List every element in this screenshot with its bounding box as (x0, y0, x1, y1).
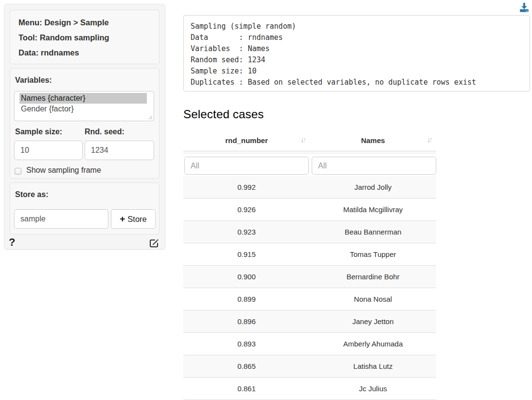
info-panel: Menu: Design > Sample Tool: Random sampl… (10, 10, 160, 64)
table-cell: Beau Bannerman (310, 221, 436, 243)
selected-cases-table: rnd_number ↓↑ Names ↓↑ 0.992Jarrod Jolly… (183, 129, 436, 400)
table-cell: 0.861 (183, 378, 310, 400)
table-row: 0.896Janey Jetton (183, 310, 436, 333)
sort-icon: ↓↑ (301, 135, 305, 144)
table-row: 0.861Jc Julius (183, 378, 436, 400)
table-cell: 0.896 (183, 310, 310, 332)
menu-path: Menu: Design > Sample (18, 18, 109, 27)
summary-output: Sampling (simple random) Data : rndnames… (183, 15, 530, 91)
table-cell: Matilda Mcgillivray (310, 199, 436, 220)
table-cell: Latisha Lutz (310, 355, 436, 377)
rnd-seed-label: Rnd. seed: (85, 127, 124, 136)
column-header-names[interactable]: Names ↓↑ (310, 129, 436, 151)
sidebar: Menu: Design > Sample Tool: Random sampl… (4, 4, 165, 250)
table-row: 0.926Matilda Mcgillivray (183, 199, 436, 221)
download-button[interactable] (518, 2, 530, 16)
resize-handle-icon[interactable] (148, 115, 153, 120)
sample-size-label: Sample size: (15, 127, 62, 136)
table-cell: Bernardine Bohr (310, 266, 436, 288)
table-cell: 0.992 (183, 176, 310, 198)
show-sampling-frame-label: Show sampling frame (26, 166, 101, 175)
variables-listbox[interactable]: Names {character}Gender {factor} (14, 91, 154, 121)
table-cell: 0.900 (183, 266, 310, 288)
table-cell: 0.899 (183, 288, 310, 310)
table-row: 0.915Tomas Tupper (183, 243, 436, 266)
table-row: 0.900Bernardine Bohr (183, 266, 436, 288)
table-cell: Janey Jetton (310, 310, 436, 332)
store-panel: Store as: + Store (10, 182, 160, 235)
page-title: Selected cases (183, 108, 264, 121)
table-cell: Tomas Tupper (310, 243, 436, 265)
table-cell: Jarrod Jolly (310, 176, 436, 198)
variables-label: Variables: (15, 76, 52, 85)
column-header-rnd-number[interactable]: rnd_number ↓↑ (183, 129, 310, 151)
sort-icon: ↓↑ (427, 135, 431, 144)
table-cell: 0.926 (183, 199, 310, 220)
table-row: 0.893Amberly Ahumada (183, 333, 436, 355)
download-icon (518, 2, 530, 14)
rnd-seed-input[interactable] (85, 141, 154, 160)
app-root: Menu: Design > Sample Tool: Random sampl… (0, 0, 532, 400)
table-row: 0.923Beau Bannerman (183, 221, 436, 243)
edit-report-button[interactable] (149, 237, 160, 250)
help-button[interactable]: ? (9, 236, 15, 248)
table-row: 0.992Jarrod Jolly (183, 176, 436, 199)
column-header-label: Names (361, 136, 385, 145)
table-cell: Amberly Ahumada (310, 333, 436, 355)
dataset-name: Data: rndnames (18, 48, 79, 57)
table-cell: 0.915 (183, 243, 310, 265)
table-cell: Nona Nosal (310, 288, 436, 310)
table-cell: 0.865 (183, 355, 310, 377)
store-button[interactable]: + Store (111, 209, 156, 229)
table-row: 0.865Latisha Lutz (183, 355, 436, 378)
sampling-controls-panel: Variables: Names {character}Gender {fact… (10, 68, 160, 179)
store-button-label: Store (127, 215, 146, 224)
table-cell: 0.923 (183, 221, 310, 243)
variables-options: Names {character}Gender {factor} (15, 93, 154, 114)
filter-rnd-number-input[interactable] (184, 157, 309, 175)
show-sampling-frame-checkbox[interactable] (15, 168, 21, 175)
store-name-input[interactable] (14, 209, 108, 229)
tool-name: Tool: Random sampling (18, 33, 109, 42)
variable-option[interactable]: Gender {factor} (19, 104, 147, 114)
store-as-label: Store as: (15, 190, 48, 199)
sample-size-input[interactable] (14, 141, 83, 160)
plus-icon: + (120, 214, 125, 224)
variable-option[interactable]: Names {character} (19, 93, 147, 104)
pencil-square-icon (149, 237, 160, 248)
table-row: 0.899Nona Nosal (183, 288, 436, 310)
table-body: 0.992Jarrod Jolly0.926Matilda Mcgillivra… (183, 176, 436, 400)
table-cell: Jc Julius (310, 378, 436, 400)
filter-names-input[interactable] (312, 157, 436, 175)
header-separator (183, 151, 436, 153)
column-header-label: rnd_number (225, 136, 268, 145)
table-cell: 0.893 (183, 333, 310, 355)
